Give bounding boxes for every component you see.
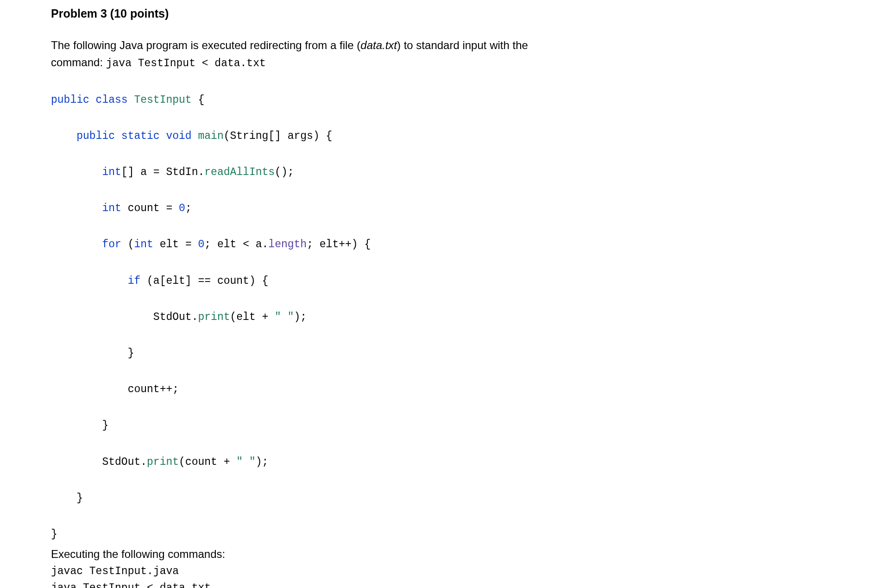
code-text: elt = xyxy=(153,238,198,250)
intro-filename: data.txt xyxy=(360,39,397,51)
code-number: 0 xyxy=(179,202,185,214)
code-kw: int xyxy=(102,202,121,214)
code-text: (a[elt] == count) { xyxy=(140,275,268,287)
code-text: ; elt < a. xyxy=(204,238,268,250)
code-line-7: StdOut.print(elt + " "); xyxy=(51,308,574,326)
code-line-8: } xyxy=(51,344,574,363)
code-indent xyxy=(51,166,102,178)
code-line-2: public static void main(String[] args) { xyxy=(51,127,574,145)
code-text: (String[] args) { xyxy=(224,130,333,142)
code-kw: int xyxy=(102,166,121,178)
code-string: " " xyxy=(236,456,255,468)
code-line-13: } xyxy=(51,525,574,544)
code-indent xyxy=(51,238,102,250)
code-line-9: count++; xyxy=(51,381,574,399)
code-text: { xyxy=(192,94,205,106)
code-method: print xyxy=(147,456,179,468)
code-block: public class TestInput { public static v… xyxy=(51,73,574,544)
code-indent xyxy=(51,311,153,323)
code-line-6: if (a[elt] == count) { xyxy=(51,272,574,290)
code-kw: if xyxy=(128,275,141,287)
intro-paragraph: The following Java program is executed r… xyxy=(51,37,574,72)
code-line-4: int count = 0; xyxy=(51,200,574,218)
code-text: } xyxy=(51,528,57,540)
code-method: print xyxy=(198,311,230,323)
exec-cmd-2: java TestInput < data.txt xyxy=(51,580,574,588)
code-string: " " xyxy=(275,311,294,323)
code-text: ; elt++) { xyxy=(307,238,371,250)
code-indent xyxy=(51,202,102,214)
code-text: ; xyxy=(185,202,192,214)
code-field: length xyxy=(268,238,307,250)
code-number: 0 xyxy=(198,238,205,250)
code-method: readAllInts xyxy=(204,166,275,178)
code-text: (); xyxy=(275,166,294,178)
code-kw: for xyxy=(102,238,121,250)
code-method: main xyxy=(192,130,224,142)
code-text: StdOut. xyxy=(102,456,147,468)
code-class: TestInput xyxy=(128,94,192,106)
code-text: (elt + xyxy=(230,311,275,323)
code-line-10: } xyxy=(51,417,574,435)
exec-intro: Executing the following commands: xyxy=(51,545,574,563)
code-indent xyxy=(51,492,76,504)
code-text: ); xyxy=(256,456,269,468)
code-indent xyxy=(51,275,128,287)
code-line-12: } xyxy=(51,489,574,507)
code-text: ); xyxy=(294,311,307,323)
code-text: } xyxy=(76,492,83,504)
code-indent xyxy=(51,347,128,359)
code-text: StdOut. xyxy=(153,311,198,323)
code-text: ( xyxy=(121,238,134,250)
intro-command: java TestInput < data.txt xyxy=(106,57,266,69)
code-text: count++; xyxy=(128,383,179,395)
code-kw: public class xyxy=(51,94,128,106)
code-indent xyxy=(51,383,128,395)
exec-cmd-1: javac TestInput.java xyxy=(51,563,574,580)
code-text: (count + xyxy=(179,456,236,468)
code-text: count = xyxy=(121,202,179,214)
code-line-1: public class TestInput { xyxy=(51,91,574,109)
intro-text-1: The following Java program is executed r… xyxy=(51,39,360,51)
code-indent xyxy=(51,419,102,432)
code-line-3: int[] a = StdIn.readAllInts(); xyxy=(51,163,574,181)
document-container: Problem 3 (10 points) The following Java… xyxy=(0,5,602,588)
code-kw: int xyxy=(134,238,153,250)
code-text: [] a = StdIn. xyxy=(121,166,204,178)
problem-heading: Problem 3 (10 points) xyxy=(51,5,574,23)
code-kw: public static void xyxy=(76,130,191,142)
code-line-11: StdOut.print(count + " "); xyxy=(51,453,574,471)
code-line-5: for (int elt = 0; elt < a.length; elt++)… xyxy=(51,236,574,254)
code-text: } xyxy=(128,347,134,359)
code-indent xyxy=(51,130,76,142)
code-text: } xyxy=(102,419,108,432)
code-indent xyxy=(51,456,102,468)
